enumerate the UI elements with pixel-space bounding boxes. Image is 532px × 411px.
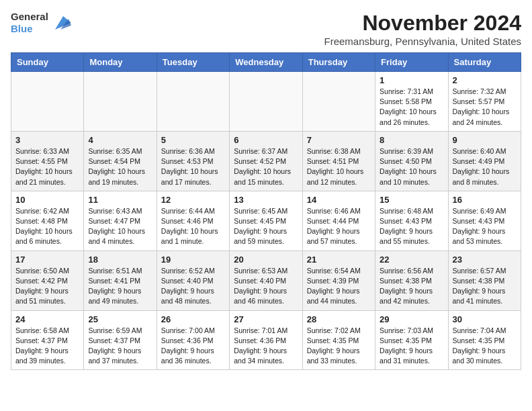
calendar-day-cell: 2Sunrise: 7:32 AM Sunset: 5:57 PM Daylig…: [448, 72, 521, 132]
calendar-day-cell: [11, 72, 84, 132]
calendar-day-cell: [230, 72, 302, 132]
day-number: 30: [453, 314, 517, 324]
calendar-day-cell: 24Sunrise: 6:58 AM Sunset: 4:37 PM Dayli…: [11, 310, 84, 370]
day-info: Sunrise: 6:46 AM Sunset: 4:44 PM Dayligh…: [307, 206, 371, 247]
day-info: Sunrise: 6:39 AM Sunset: 4:50 PM Dayligh…: [380, 146, 443, 187]
logo: GeneralBlue: [11, 11, 71, 35]
calendar-day-cell: 25Sunrise: 6:59 AM Sunset: 4:37 PM Dayli…: [84, 310, 157, 370]
calendar-day-cell: 18Sunrise: 6:51 AM Sunset: 4:41 PM Dayli…: [84, 250, 157, 310]
day-number: 18: [88, 255, 152, 265]
calendar-day-cell: [157, 72, 229, 132]
day-number: 14: [307, 195, 371, 205]
day-info: Sunrise: 6:57 AM Sunset: 4:38 PM Dayligh…: [453, 266, 517, 307]
day-number: 7: [307, 135, 371, 145]
calendar-day-header: Saturday: [448, 53, 521, 72]
day-info: Sunrise: 6:56 AM Sunset: 4:38 PM Dayligh…: [380, 266, 443, 307]
title-block: November 2024 Freemansburg, Pennsylvania…: [324, 11, 522, 47]
calendar-day-cell: 17Sunrise: 6:50 AM Sunset: 4:42 PM Dayli…: [11, 250, 84, 310]
calendar-week-row: 3Sunrise: 6:33 AM Sunset: 4:55 PM Daylig…: [11, 131, 521, 191]
day-number: 26: [161, 314, 225, 324]
calendar-day-cell: 5Sunrise: 6:36 AM Sunset: 4:53 PM Daylig…: [157, 131, 229, 191]
calendar-day-cell: 10Sunrise: 6:42 AM Sunset: 4:48 PM Dayli…: [11, 191, 84, 250]
day-info: Sunrise: 7:31 AM Sunset: 5:58 PM Dayligh…: [380, 87, 443, 128]
day-info: Sunrise: 6:33 AM Sunset: 4:55 PM Dayligh…: [15, 146, 79, 187]
calendar-day-cell: 28Sunrise: 7:02 AM Sunset: 4:35 PM Dayli…: [302, 310, 375, 370]
calendar-table: SundayMondayTuesdayWednesdayThursdayFrid…: [11, 52, 521, 370]
calendar-day-header: Friday: [375, 53, 448, 72]
calendar-day-cell: 12Sunrise: 6:44 AM Sunset: 4:46 PM Dayli…: [157, 191, 229, 250]
day-info: Sunrise: 6:44 AM Sunset: 4:46 PM Dayligh…: [161, 206, 225, 247]
day-number: 2: [453, 75, 517, 85]
calendar-day-cell: 13Sunrise: 6:45 AM Sunset: 4:45 PM Dayli…: [230, 191, 302, 250]
calendar-day-cell: 16Sunrise: 6:49 AM Sunset: 4:43 PM Dayli…: [448, 191, 521, 250]
day-info: Sunrise: 6:40 AM Sunset: 4:49 PM Dayligh…: [453, 146, 517, 187]
day-info: Sunrise: 6:54 AM Sunset: 4:39 PM Dayligh…: [307, 266, 371, 307]
calendar-day-cell: 26Sunrise: 7:00 AM Sunset: 4:36 PM Dayli…: [157, 310, 229, 370]
day-info: Sunrise: 6:36 AM Sunset: 4:53 PM Dayligh…: [161, 146, 225, 187]
calendar-week-row: 24Sunrise: 6:58 AM Sunset: 4:37 PM Dayli…: [11, 310, 521, 370]
day-info: Sunrise: 6:48 AM Sunset: 4:43 PM Dayligh…: [380, 206, 443, 247]
calendar-day-cell: [302, 72, 375, 132]
calendar-day-cell: 15Sunrise: 6:48 AM Sunset: 4:43 PM Dayli…: [375, 191, 448, 250]
calendar-day-header: Sunday: [11, 53, 84, 72]
day-number: 12: [161, 195, 225, 205]
calendar-day-cell: 30Sunrise: 7:04 AM Sunset: 4:35 PM Dayli…: [448, 310, 521, 370]
calendar-day-cell: 23Sunrise: 6:57 AM Sunset: 4:38 PM Dayli…: [448, 250, 521, 310]
day-info: Sunrise: 7:32 AM Sunset: 5:57 PM Dayligh…: [453, 87, 517, 128]
calendar-day-header: Wednesday: [230, 53, 302, 72]
day-number: 21: [307, 255, 371, 265]
day-info: Sunrise: 7:04 AM Sunset: 4:35 PM Dayligh…: [453, 326, 517, 367]
calendar-day-header: Thursday: [302, 53, 375, 72]
day-info: Sunrise: 7:01 AM Sunset: 4:36 PM Dayligh…: [234, 326, 298, 367]
day-number: 15: [380, 195, 443, 205]
day-number: 1: [380, 75, 443, 85]
day-number: 11: [88, 195, 152, 205]
page-title: November 2024: [324, 11, 522, 36]
page-header: GeneralBlue November 2024 Freemansburg, …: [11, 11, 521, 47]
day-number: 9: [453, 135, 517, 145]
calendar-day-header: Monday: [84, 53, 157, 72]
calendar-header-row: SundayMondayTuesdayWednesdayThursdayFrid…: [11, 53, 521, 72]
day-number: 13: [234, 195, 298, 205]
calendar-day-cell: 11Sunrise: 6:43 AM Sunset: 4:47 PM Dayli…: [84, 191, 157, 250]
day-number: 3: [15, 135, 79, 145]
logo-icon: [50, 13, 71, 32]
calendar-week-row: 17Sunrise: 6:50 AM Sunset: 4:42 PM Dayli…: [11, 250, 521, 310]
calendar-day-cell: 29Sunrise: 7:03 AM Sunset: 4:35 PM Dayli…: [375, 310, 448, 370]
day-info: Sunrise: 6:38 AM Sunset: 4:51 PM Dayligh…: [307, 146, 371, 187]
calendar-day-cell: [84, 72, 157, 132]
calendar-day-cell: 1Sunrise: 7:31 AM Sunset: 5:58 PM Daylig…: [375, 72, 448, 132]
calendar-day-cell: 6Sunrise: 6:37 AM Sunset: 4:52 PM Daylig…: [230, 131, 302, 191]
day-info: Sunrise: 6:53 AM Sunset: 4:40 PM Dayligh…: [234, 266, 298, 307]
day-info: Sunrise: 7:03 AM Sunset: 4:35 PM Dayligh…: [380, 326, 443, 367]
calendar-day-header: Tuesday: [157, 53, 229, 72]
day-number: 5: [161, 135, 225, 145]
page-subtitle: Freemansburg, Pennsylvania, United State…: [324, 36, 522, 47]
day-number: 17: [15, 255, 79, 265]
day-info: Sunrise: 6:37 AM Sunset: 4:52 PM Dayligh…: [234, 146, 298, 187]
day-number: 25: [88, 314, 152, 324]
day-number: 24: [15, 314, 79, 324]
day-info: Sunrise: 6:59 AM Sunset: 4:37 PM Dayligh…: [88, 326, 152, 367]
calendar-day-cell: 27Sunrise: 7:01 AM Sunset: 4:36 PM Dayli…: [230, 310, 302, 370]
day-info: Sunrise: 6:50 AM Sunset: 4:42 PM Dayligh…: [15, 266, 79, 307]
day-number: 10: [15, 195, 79, 205]
calendar-week-row: 1Sunrise: 7:31 AM Sunset: 5:58 PM Daylig…: [11, 72, 521, 132]
day-info: Sunrise: 6:58 AM Sunset: 4:37 PM Dayligh…: [15, 326, 79, 367]
day-number: 23: [453, 255, 517, 265]
day-info: Sunrise: 6:45 AM Sunset: 4:45 PM Dayligh…: [234, 206, 298, 247]
day-info: Sunrise: 7:00 AM Sunset: 4:36 PM Dayligh…: [161, 326, 225, 367]
day-number: 22: [380, 255, 443, 265]
calendar-day-cell: 7Sunrise: 6:38 AM Sunset: 4:51 PM Daylig…: [302, 131, 375, 191]
calendar-day-cell: 20Sunrise: 6:53 AM Sunset: 4:40 PM Dayli…: [230, 250, 302, 310]
day-number: 27: [234, 314, 298, 324]
logo-text: GeneralBlue: [11, 11, 48, 35]
day-number: 20: [234, 255, 298, 265]
calendar-day-cell: 9Sunrise: 6:40 AM Sunset: 4:49 PM Daylig…: [448, 131, 521, 191]
day-info: Sunrise: 7:02 AM Sunset: 4:35 PM Dayligh…: [307, 326, 371, 367]
calendar-day-cell: 8Sunrise: 6:39 AM Sunset: 4:50 PM Daylig…: [375, 131, 448, 191]
calendar-day-cell: 3Sunrise: 6:33 AM Sunset: 4:55 PM Daylig…: [11, 131, 84, 191]
day-number: 6: [234, 135, 298, 145]
calendar-day-cell: 21Sunrise: 6:54 AM Sunset: 4:39 PM Dayli…: [302, 250, 375, 310]
day-number: 8: [380, 135, 443, 145]
